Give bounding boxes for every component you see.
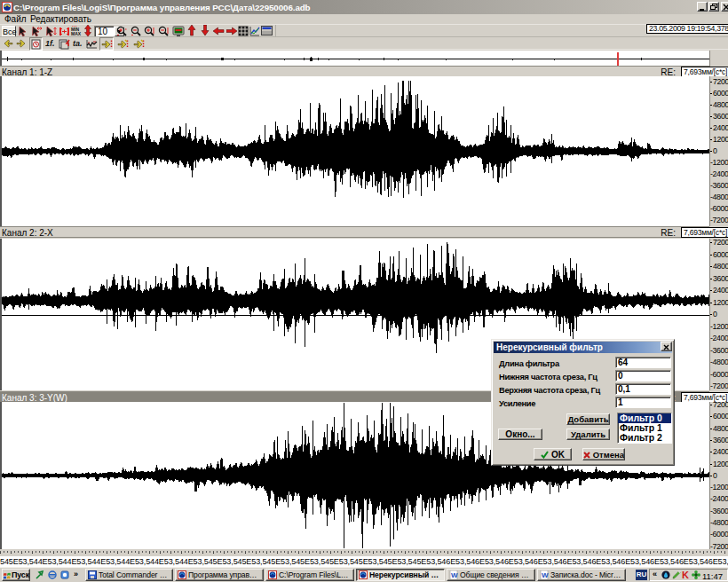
svg-text:W: W (451, 571, 458, 579)
svg-text:W: W (542, 571, 549, 579)
